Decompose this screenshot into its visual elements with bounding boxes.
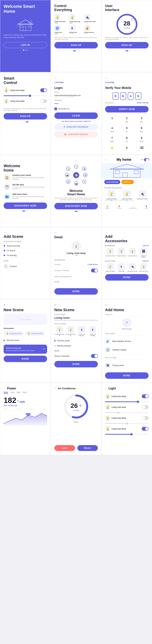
numpad-5[interactable]: 5JKL	[120, 125, 134, 134]
verify-button[interactable]: VERIFY NOW	[105, 106, 148, 112]
lamp-3-toggle[interactable]	[142, 416, 148, 420]
done-button[interactable]: DONE	[4, 356, 47, 362]
back-arrow[interactable]: ←	[75, 159, 78, 162]
email-input[interactable]	[54, 94, 98, 98]
facebook-login-button[interactable]: f LOGIN WITH FACEBOOK	[54, 124, 98, 130]
back-arrow[interactable]: ←	[105, 387, 108, 390]
code-box-3[interactable]	[128, 92, 134, 100]
lamp-1-slider[interactable]	[105, 402, 148, 402]
numpad-0[interactable]: 0	[120, 145, 134, 151]
close-button[interactable]: ×	[105, 304, 106, 306]
device-chip-1[interactable]: 💡 Living room lamp	[4, 331, 23, 336]
done-button[interactable]: DONE	[105, 372, 148, 379]
done-button[interactable]: DONE	[54, 288, 98, 295]
numpad-8[interactable]: 8TUV	[120, 135, 134, 144]
scene-im-home[interactable]: I'm home ›	[4, 248, 47, 253]
acc-item[interactable]: 💡 Living room lamp	[105, 263, 115, 272]
acc-item[interactable]: 🌡 Thermostat	[116, 263, 126, 272]
acc-item[interactable]: 💡 Living room lamp	[116, 248, 126, 258]
close-button[interactable]: ×	[4, 304, 5, 306]
nav-auto[interactable]: ⚡ Automations	[130, 206, 137, 209]
discovery-button[interactable]: DISCOVERY NOW	[54, 203, 98, 209]
lamp-1-toggle[interactable]	[142, 394, 148, 398]
show-in-fav-toggle[interactable]	[91, 354, 98, 358]
done-button[interactable]: DONE	[105, 274, 148, 280]
slider-thumb[interactable]	[130, 433, 132, 436]
numpad-1[interactable]: 1	[105, 115, 119, 124]
back-arrow[interactable]: ←	[54, 231, 57, 234]
fav-item-3[interactable]: 🔌 Living room outlet	[135, 190, 149, 201]
warmer-button[interactable]: Warmer	[77, 445, 98, 451]
nav-rooms[interactable]: 🚪 Rooms	[117, 206, 122, 209]
send-for-me-button[interactable]: SEND FOR ME	[136, 102, 148, 104]
allow-speaker-row[interactable]: 🔊 Allow Speaker Access ›	[105, 337, 148, 346]
device-chip-2[interactable]: 💡 Living room lamp	[26, 331, 45, 336]
acc-item[interactable]: 💡 Living room lamp	[105, 248, 115, 258]
remember-check[interactable]: ✓	[54, 108, 57, 110]
choose-photo-row[interactable]: 🖼 Choose photo ›	[105, 361, 148, 370]
back-arrow[interactable]: ←	[4, 159, 6, 162]
signup-text[interactable]: SIGN UP	[84, 120, 91, 122]
numpad-del[interactable]: ⌫	[134, 145, 148, 151]
login-button[interactable]: LOGIN	[54, 112, 98, 119]
lamp-4-slider[interactable]	[105, 434, 148, 435]
slider-thumb[interactable]	[117, 412, 120, 414]
lamp-2-toggle[interactable]	[142, 405, 148, 409]
cooler-button[interactable]: cooler	[54, 445, 75, 451]
acc-chip-1[interactable]: 💡 Living room lamp On	[54, 326, 64, 336]
nav-home[interactable]: 🏠 Home	[106, 206, 109, 209]
done-button[interactable]: DONE	[54, 361, 98, 368]
acc-item[interactable]: 💡 Living room lamp	[138, 263, 149, 272]
fav-item-1[interactable]: 💡 Living room lamp On	[104, 190, 118, 201]
acc-chip-2[interactable]: 💡 Living room lamp On	[66, 326, 76, 336]
back-arrow[interactable]: ←	[105, 231, 108, 234]
login-button[interactable]: LOG IN	[4, 42, 47, 48]
code-box-4[interactable]: 6	[135, 92, 141, 100]
scene-im-leaving[interactable]: I'm leaving ›	[4, 253, 47, 258]
brightness-slider[interactable]	[4, 95, 47, 96]
tab-june[interactable]: June	[10, 391, 15, 394]
back-arrow[interactable]: ←	[4, 387, 6, 390]
acc-item[interactable]: 🔌 Living room outlet	[127, 263, 138, 272]
numpad-4[interactable]: 4PQRS	[105, 125, 119, 134]
add-acc-row[interactable]: + Add Accessories	[54, 343, 98, 348]
back-arrow[interactable]: ←	[4, 231, 6, 234]
back-arrow[interactable]: ←	[105, 76, 108, 79]
slider-thumb[interactable]	[137, 401, 139, 403]
numpad-7[interactable]: 7PQRS	[105, 135, 119, 144]
signup-button[interactable]: SIGN UP	[105, 42, 148, 48]
tab-daily[interactable]: Daily	[4, 391, 8, 394]
scene-good-morning[interactable]: Good morning ›	[4, 244, 47, 248]
favorites-toggle[interactable]	[91, 268, 98, 272]
signup-button[interactable]: SIGN UP	[4, 113, 47, 120]
password-input[interactable]	[54, 102, 98, 106]
discovery-button[interactable]: DISCOVERY NOW	[4, 202, 47, 209]
home-toggle[interactable]	[144, 158, 149, 161]
slider-thumb[interactable]	[29, 94, 31, 97]
back-arrow[interactable]: ←	[54, 76, 57, 79]
lamp-3-slider[interactable]	[105, 423, 148, 424]
lamp-toggle-off[interactable]	[40, 99, 47, 103]
lamp-2-slider[interactable]	[105, 412, 148, 413]
add-all-bedroom[interactable]: Add All	[143, 245, 148, 246]
acc-chip-4[interactable]: 🌡 Living room Heating	[88, 326, 98, 336]
slider-thumb[interactable]	[126, 422, 128, 424]
tab-may[interactable]: May	[17, 391, 20, 394]
numpad-6[interactable]: 6MNO	[134, 125, 148, 134]
back-arrow[interactable]: ←	[104, 158, 107, 161]
lamp-4-toggle[interactable]	[142, 427, 148, 431]
good-morning-pill[interactable]: Good M...	[122, 180, 134, 184]
numpad-star[interactable]: ⭐	[105, 145, 119, 151]
add-accessories-banner[interactable]: Add AccessoriesSelect accessories to inc…	[4, 344, 47, 354]
numpad-3[interactable]: 3DEF	[134, 115, 148, 124]
acc-chip-3[interactable]: 🌡 Living room Pending	[76, 326, 87, 336]
tab-april[interactable]: April	[23, 391, 26, 394]
good-evening-pill[interactable]: Good evening	[104, 180, 120, 184]
signup-button[interactable]: SIGN UP	[54, 42, 98, 48]
scene-custom[interactable]: ✏️ Custom ›	[4, 263, 47, 270]
nav-other[interactable]: 👤 Other	[145, 206, 148, 209]
add-all-backyard[interactable]: Add All	[143, 260, 148, 262]
acc-item[interactable]: 💡 Living room lamp	[127, 248, 138, 258]
software-update-row[interactable]: 🔄 Software Update ›	[105, 346, 148, 354]
lamp-toggle-on[interactable]	[40, 88, 47, 92]
